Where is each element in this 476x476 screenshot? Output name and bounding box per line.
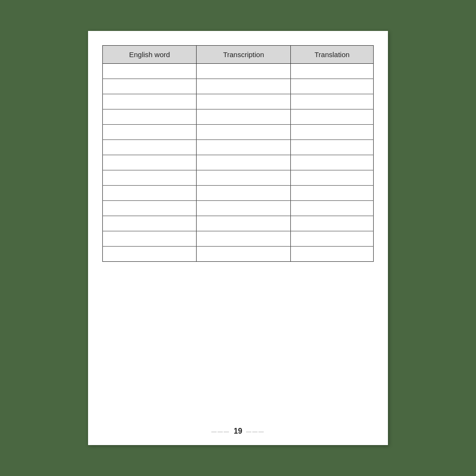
footer-dash-right: ——— [246, 428, 265, 434]
cell-transcription[interactable] [197, 201, 291, 216]
cell-translation[interactable] [291, 64, 374, 79]
table-row[interactable] [103, 94, 374, 109]
cell-transcription[interactable] [197, 170, 291, 186]
table-row[interactable] [103, 155, 374, 170]
cell-translation[interactable] [291, 140, 374, 155]
header-translation: Translation [291, 46, 374, 64]
cell-transcription[interactable] [197, 186, 291, 201]
cell-english[interactable] [103, 79, 197, 94]
cell-english[interactable] [103, 231, 197, 247]
table-row[interactable] [103, 170, 374, 186]
cell-english[interactable] [103, 155, 197, 170]
table-row[interactable] [103, 216, 374, 231]
cell-english[interactable] [103, 94, 197, 109]
cell-translation[interactable] [291, 125, 374, 140]
header-english-word: English word [103, 46, 197, 64]
cell-english[interactable] [103, 170, 197, 186]
page-footer: ——— 19 ——— [88, 427, 388, 436]
cell-transcription[interactable] [197, 140, 291, 155]
cell-transcription[interactable] [197, 109, 291, 125]
cell-english[interactable] [103, 247, 197, 262]
table-row[interactable] [103, 186, 374, 201]
cell-translation[interactable] [291, 231, 374, 247]
cell-translation[interactable] [291, 94, 374, 109]
page: English word Transcription Translation [88, 31, 388, 445]
vocabulary-table: English word Transcription Translation [102, 45, 374, 262]
table-row[interactable] [103, 64, 374, 79]
cell-english[interactable] [103, 201, 197, 216]
table-row[interactable] [103, 125, 374, 140]
cell-transcription[interactable] [197, 79, 291, 94]
cell-translation[interactable] [291, 201, 374, 216]
cell-english[interactable] [103, 109, 197, 125]
vocabulary-table-area: English word Transcription Translation [102, 45, 374, 262]
cell-transcription[interactable] [197, 64, 291, 79]
table-row[interactable] [103, 109, 374, 125]
table-row[interactable] [103, 140, 374, 155]
cell-translation[interactable] [291, 170, 374, 186]
cell-english[interactable] [103, 140, 197, 155]
table-row[interactable] [103, 79, 374, 94]
table-row[interactable] [103, 247, 374, 262]
cell-translation[interactable] [291, 186, 374, 201]
cell-transcription[interactable] [197, 216, 291, 231]
cell-english[interactable] [103, 125, 197, 140]
cell-translation[interactable] [291, 247, 374, 262]
cell-english[interactable] [103, 64, 197, 79]
cell-transcription[interactable] [197, 94, 291, 109]
cell-transcription[interactable] [197, 155, 291, 170]
footer-dash-left: ——— [211, 428, 230, 434]
cell-transcription[interactable] [197, 247, 291, 262]
cell-translation[interactable] [291, 216, 374, 231]
cell-transcription[interactable] [197, 231, 291, 247]
table-row[interactable] [103, 231, 374, 247]
header-transcription: Transcription [197, 46, 291, 64]
cell-english[interactable] [103, 186, 197, 201]
cell-translation[interactable] [291, 155, 374, 170]
page-number: 19 [234, 427, 242, 436]
table-row[interactable] [103, 201, 374, 216]
cell-transcription[interactable] [197, 125, 291, 140]
cell-english[interactable] [103, 216, 197, 231]
cell-translation[interactable] [291, 79, 374, 94]
cell-translation[interactable] [291, 109, 374, 125]
